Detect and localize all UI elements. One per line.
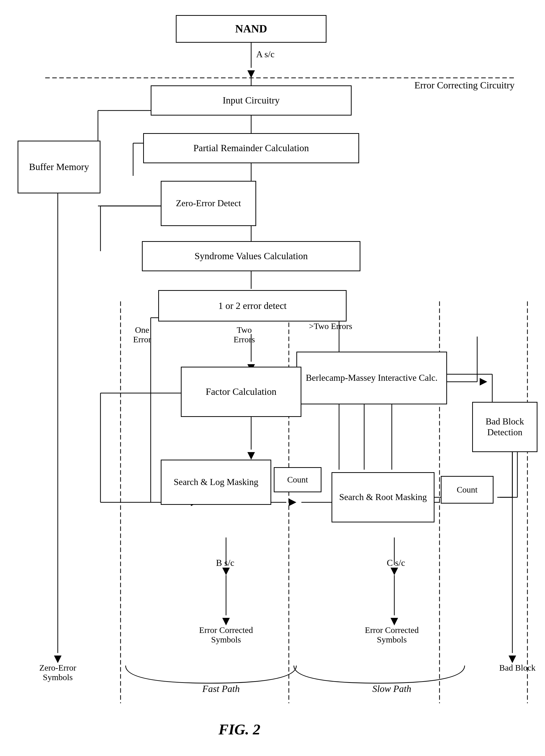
count-b-box: Count [274,467,321,492]
search-root-masking-label: Search & Root Masking [339,492,427,503]
bad-block-detection-box: Bad Block Detection [472,402,537,452]
svg-marker-39 [222,568,230,575]
search-log-masking-box: Search & Log Masking [161,460,271,505]
berlecamp-massey-box: Berlecamp-Massey Interactive Calc. [296,352,447,404]
berlecamp-massey-label: Berlecamp-Massey Interactive Calc. [306,372,438,383]
syndrome-values-label: Syndrome Values Calculation [194,250,308,262]
buffer-memory-box: Buffer Memory [18,141,100,193]
count-c-box: Count [441,476,494,504]
search-root-masking-box: Search & Root Masking [332,472,434,522]
one-or-two-error-label: 1 or 2 error detect [218,300,287,312]
partial-remainder-label: Partial Remainder Calculation [193,142,309,154]
factor-calculation-label: Factor Calculation [206,386,277,398]
svg-marker-41 [391,568,398,575]
figure-label: FIG. 2 [219,721,260,738]
b-sc-label: B s/c [216,558,234,568]
input-circuitry-box: Input Circuitry [151,85,352,116]
partial-remainder-box: Partial Remainder Calculation [143,133,359,163]
zero-error-symbols-label: Zero-ErrorSymbols [30,663,85,682]
two-errors-label: TwoErrors [234,325,255,344]
svg-marker-37 [289,499,296,506]
two-plus-errors-label: >Two Errors [309,321,352,331]
svg-marker-55 [509,656,516,663]
svg-marker-1 [247,70,255,78]
syndrome-values-box: Syndrome Values Calculation [142,241,360,271]
svg-marker-49 [54,656,62,663]
one-error-label: OneError [133,325,151,344]
zero-error-detect-label: Zero-Error Detect [176,198,241,209]
diagram: NAND A s/c Error Correcting Circuitry Bu… [0,0,545,756]
buffer-memory-label: Buffer Memory [29,161,89,173]
a-sc-label: A s/c [256,49,275,60]
fast-path-brace [121,663,301,688]
one-or-two-error-box: 1 or 2 error detect [158,290,347,321]
svg-marker-57 [222,618,230,625]
bad-block-output-label: Bad Block [492,663,542,673]
error-corrected-c-label: Error CorrectedSymbols [337,625,447,644]
nand-box: NAND [176,15,326,43]
nand-label: NAND [235,22,267,36]
slow-path-brace [289,663,470,688]
svg-marker-30 [480,378,487,386]
input-circuitry-label: Input Circuitry [223,95,280,106]
zero-error-detect-box: Zero-Error Detect [161,181,256,226]
c-sc-label: C s/c [387,558,405,568]
error-corrected-b-label: Error CorrectedSymbols [171,625,281,644]
count-b-label: Count [287,475,308,485]
error-correcting-label: Error Correcting Circuitry [414,79,515,91]
factor-calculation-box: Factor Calculation [181,367,301,417]
svg-marker-23 [247,452,255,460]
svg-marker-59 [391,618,398,625]
search-log-masking-label: Search & Log Masking [174,477,258,488]
bad-block-detection-label: Bad Block Detection [473,416,537,438]
count-c-label: Count [457,485,477,495]
